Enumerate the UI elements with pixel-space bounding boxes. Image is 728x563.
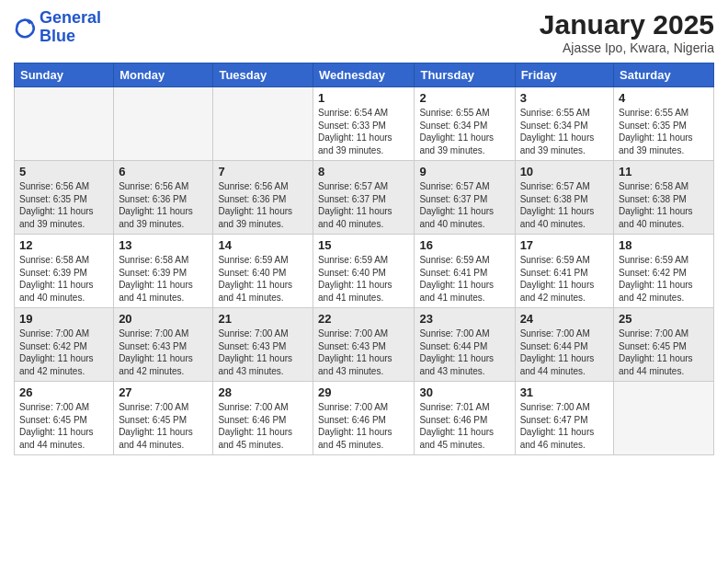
day-number: 1 (318, 91, 409, 105)
day-info: Sunrise: 7:00 AM Sunset: 6:43 PM Dayligh… (119, 327, 208, 377)
weekday-header-tuesday: Tuesday (213, 63, 313, 87)
calendar-cell: 8Sunrise: 6:57 AM Sunset: 6:37 PM Daylig… (313, 161, 415, 235)
day-number: 23 (419, 312, 509, 326)
calendar-cell: 24Sunrise: 7:00 AM Sunset: 6:44 PM Dayli… (515, 308, 613, 382)
day-info: Sunrise: 6:57 AM Sunset: 6:38 PM Dayligh… (520, 180, 609, 230)
calendar-week-row-4: 19Sunrise: 7:00 AM Sunset: 6:42 PM Dayli… (15, 308, 714, 382)
day-number: 4 (619, 91, 709, 105)
day-info: Sunrise: 7:00 AM Sunset: 6:45 PM Dayligh… (619, 327, 709, 377)
day-number: 20 (119, 312, 208, 326)
day-number: 29 (318, 385, 409, 399)
day-info: Sunrise: 6:58 AM Sunset: 6:38 PM Dayligh… (619, 180, 709, 230)
day-number: 6 (119, 165, 208, 178)
day-number: 30 (419, 385, 509, 399)
day-info: Sunrise: 7:00 AM Sunset: 6:45 PM Dayligh… (19, 401, 108, 451)
day-info: Sunrise: 6:57 AM Sunset: 6:37 PM Dayligh… (419, 180, 509, 230)
calendar-cell: 28Sunrise: 7:00 AM Sunset: 6:46 PM Dayli… (213, 382, 313, 455)
day-number: 13 (119, 238, 208, 252)
logo-line2: Blue (40, 27, 75, 45)
calendar-cell: 11Sunrise: 6:58 AM Sunset: 6:38 PM Dayli… (614, 161, 714, 235)
day-number: 27 (119, 385, 208, 399)
calendar-cell (15, 87, 114, 161)
day-number: 19 (19, 312, 108, 326)
calendar-cell: 9Sunrise: 6:57 AM Sunset: 6:37 PM Daylig… (415, 161, 515, 235)
calendar-cell: 2Sunrise: 6:55 AM Sunset: 6:34 PM Daylig… (415, 87, 515, 161)
day-info: Sunrise: 6:59 AM Sunset: 6:40 PM Dayligh… (218, 254, 308, 304)
day-info: Sunrise: 6:55 AM Sunset: 6:34 PM Dayligh… (520, 107, 609, 156)
day-number: 10 (520, 165, 609, 178)
page: General Blue January 2025 Ajasse Ipo, Kw… (0, 0, 728, 563)
day-number: 21 (218, 312, 308, 326)
calendar-cell: 29Sunrise: 7:00 AM Sunset: 6:46 PM Dayli… (313, 382, 415, 455)
calendar-week-row-1: 1Sunrise: 6:54 AM Sunset: 6:33 PM Daylig… (15, 87, 714, 161)
header: General Blue January 2025 Ajasse Ipo, Kw… (14, 9, 714, 55)
logo: General Blue (14, 9, 101, 46)
day-number: 26 (19, 385, 108, 399)
day-info: Sunrise: 7:00 AM Sunset: 6:43 PM Dayligh… (318, 327, 409, 377)
calendar-cell: 10Sunrise: 6:57 AM Sunset: 6:38 PM Dayli… (515, 161, 613, 235)
day-number: 16 (419, 238, 509, 252)
day-info: Sunrise: 6:57 AM Sunset: 6:37 PM Dayligh… (318, 180, 409, 230)
day-number: 24 (520, 312, 609, 326)
calendar-cell: 13Sunrise: 6:58 AM Sunset: 6:39 PM Dayli… (114, 235, 213, 308)
weekday-header-monday: Monday (114, 63, 213, 87)
day-number: 18 (619, 238, 709, 252)
calendar-cell: 5Sunrise: 6:56 AM Sunset: 6:35 PM Daylig… (15, 161, 114, 235)
weekday-header-friday: Friday (515, 63, 613, 87)
weekday-header-wednesday: Wednesday (313, 63, 415, 87)
day-info: Sunrise: 7:00 AM Sunset: 6:44 PM Dayligh… (419, 327, 509, 377)
day-number: 25 (619, 312, 709, 326)
day-info: Sunrise: 6:58 AM Sunset: 6:39 PM Dayligh… (19, 254, 108, 304)
calendar-table: SundayMondayTuesdayWednesdayThursdayFrid… (14, 63, 714, 455)
day-number: 22 (318, 312, 409, 326)
calendar-cell: 30Sunrise: 7:01 AM Sunset: 6:46 PM Dayli… (415, 382, 515, 455)
day-info: Sunrise: 6:56 AM Sunset: 6:36 PM Dayligh… (218, 180, 308, 230)
day-number: 12 (19, 238, 108, 252)
title-block: January 2025 Ajasse Ipo, Kwara, Nigeria (540, 9, 714, 55)
day-number: 3 (520, 91, 609, 105)
day-number: 9 (419, 165, 509, 178)
calendar-cell: 22Sunrise: 7:00 AM Sunset: 6:43 PM Dayli… (313, 308, 415, 382)
logo-line1: General (40, 8, 101, 27)
calendar-cell: 21Sunrise: 7:00 AM Sunset: 6:43 PM Dayli… (213, 308, 313, 382)
day-info: Sunrise: 6:56 AM Sunset: 6:35 PM Dayligh… (19, 180, 108, 230)
calendar-cell (614, 382, 714, 455)
calendar-cell: 17Sunrise: 6:59 AM Sunset: 6:41 PM Dayli… (515, 235, 613, 308)
calendar-cell: 25Sunrise: 7:00 AM Sunset: 6:45 PM Dayli… (614, 308, 714, 382)
day-number: 28 (218, 385, 308, 399)
day-number: 14 (218, 238, 308, 252)
calendar-cell: 6Sunrise: 6:56 AM Sunset: 6:36 PM Daylig… (114, 161, 213, 235)
day-info: Sunrise: 6:59 AM Sunset: 6:41 PM Dayligh… (520, 254, 609, 304)
day-number: 31 (520, 385, 609, 399)
calendar-cell: 31Sunrise: 7:00 AM Sunset: 6:47 PM Dayli… (515, 382, 613, 455)
calendar-cell: 23Sunrise: 7:00 AM Sunset: 6:44 PM Dayli… (415, 308, 515, 382)
day-info: Sunrise: 6:54 AM Sunset: 6:33 PM Dayligh… (318, 107, 409, 156)
calendar-cell: 14Sunrise: 6:59 AM Sunset: 6:40 PM Dayli… (213, 235, 313, 308)
day-info: Sunrise: 7:00 AM Sunset: 6:45 PM Dayligh… (119, 401, 208, 451)
calendar-cell: 1Sunrise: 6:54 AM Sunset: 6:33 PM Daylig… (313, 87, 415, 161)
day-info: Sunrise: 6:59 AM Sunset: 6:41 PM Dayligh… (419, 254, 509, 304)
day-info: Sunrise: 6:59 AM Sunset: 6:40 PM Dayligh… (318, 254, 409, 304)
calendar-cell: 12Sunrise: 6:58 AM Sunset: 6:39 PM Dayli… (15, 235, 114, 308)
day-number: 17 (520, 238, 609, 252)
calendar-cell: 7Sunrise: 6:56 AM Sunset: 6:36 PM Daylig… (213, 161, 313, 235)
weekday-header-saturday: Saturday (614, 63, 714, 87)
day-info: Sunrise: 7:01 AM Sunset: 6:46 PM Dayligh… (419, 401, 509, 451)
month-title: January 2025 (540, 9, 714, 40)
day-number: 2 (419, 91, 509, 105)
logo-text: General Blue (40, 9, 101, 46)
day-number: 15 (318, 238, 409, 252)
calendar-cell: 3Sunrise: 6:55 AM Sunset: 6:34 PM Daylig… (515, 87, 613, 161)
calendar-cell: 27Sunrise: 7:00 AM Sunset: 6:45 PM Dayli… (114, 382, 213, 455)
weekday-header-thursday: Thursday (415, 63, 515, 87)
calendar-week-row-3: 12Sunrise: 6:58 AM Sunset: 6:39 PM Dayli… (15, 235, 714, 308)
day-number: 11 (619, 165, 709, 178)
calendar-cell: 4Sunrise: 6:55 AM Sunset: 6:35 PM Daylig… (614, 87, 714, 161)
weekday-header-sunday: Sunday (15, 63, 114, 87)
calendar-week-row-5: 26Sunrise: 7:00 AM Sunset: 6:45 PM Dayli… (15, 382, 714, 455)
day-info: Sunrise: 7:00 AM Sunset: 6:47 PM Dayligh… (520, 401, 609, 451)
day-info: Sunrise: 7:00 AM Sunset: 6:46 PM Dayligh… (218, 401, 308, 451)
calendar-cell (213, 87, 313, 161)
day-info: Sunrise: 6:59 AM Sunset: 6:42 PM Dayligh… (619, 254, 709, 304)
calendar-cell (114, 87, 213, 161)
